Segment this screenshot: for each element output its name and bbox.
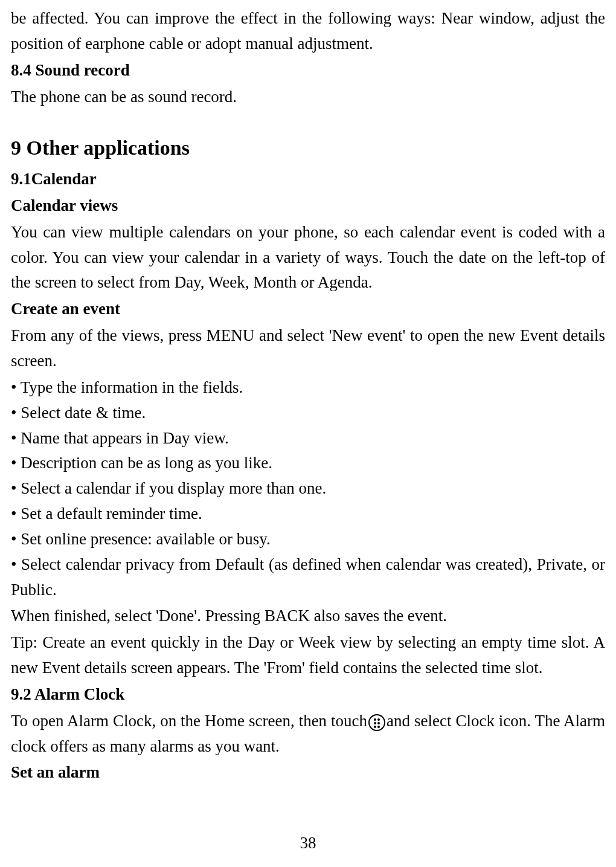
- calendar-views-heading: Calendar views: [11, 193, 605, 219]
- bullet-item: • Description can be as long as you like…: [11, 451, 605, 476]
- page-number: 38: [0, 831, 616, 856]
- section-9-1-title: 9.1Calendar: [11, 167, 605, 192]
- create-event-heading: Create an event: [11, 297, 605, 322]
- alarm-clock-line: To open Alarm Clock, on the Home screen,…: [11, 709, 605, 759]
- bullet-item: • Set online presence: available or busy…: [11, 527, 605, 552]
- calendar-views-body: You can view multiple calendars on your …: [11, 220, 605, 296]
- create-event-intro: From any of the views, press MENU and se…: [11, 323, 605, 374]
- tip-text: Tip: Create an event quickly in the Day …: [11, 630, 605, 681]
- alarm-clock-text-part1: To open Alarm Clock, on the Home screen,…: [11, 712, 367, 730]
- intro-paragraph: be affected. You can improve the effect …: [11, 6, 605, 57]
- bullet-item: • Type the information in the fields.: [11, 375, 605, 401]
- section-8-4-title: 8.4 Sound record: [11, 58, 605, 83]
- section-8-4-body: The phone can be as sound record.: [11, 85, 605, 110]
- bullet-item: • Select calendar privacy from Default (…: [11, 552, 605, 603]
- set-alarm-heading: Set an alarm: [11, 760, 605, 785]
- bullet-item: • Select a calendar if you display more …: [11, 476, 605, 501]
- bullet-item: • Set a default reminder time.: [11, 501, 605, 527]
- bullet-item: • Select date & time.: [11, 401, 605, 426]
- app-drawer-icon: [368, 714, 385, 731]
- when-finished-text: When finished, select 'Done'. Pressing B…: [11, 604, 605, 629]
- section-9-title: 9 Other applications: [11, 132, 605, 164]
- section-9-2-title: 9.2 Alarm Clock: [11, 682, 605, 707]
- bullet-item: • Name that appears in Day view.: [11, 426, 605, 451]
